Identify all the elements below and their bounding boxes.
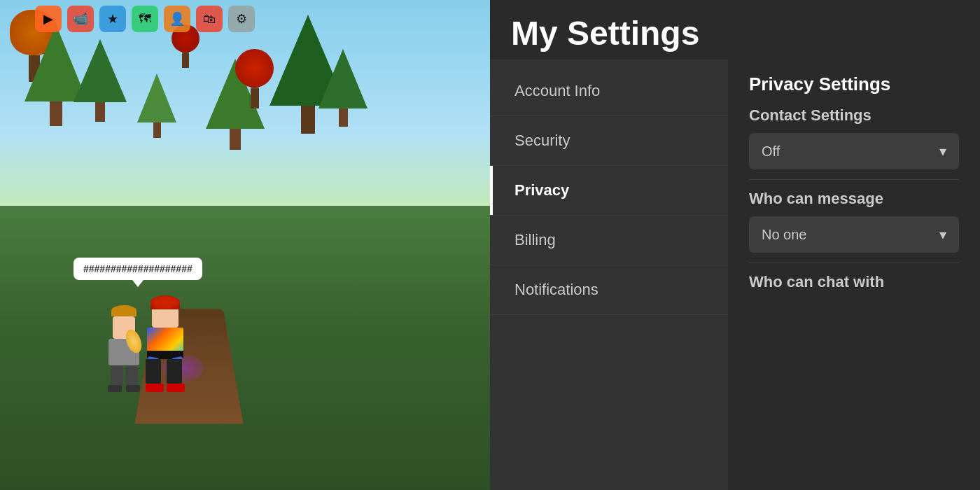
character-foot-right [167,384,185,392]
video-icon[interactable]: 📹 [67,6,94,32]
nav-item-notifications[interactable]: Notifications [490,265,728,315]
nav-item-billing[interactable]: Billing [490,216,728,265]
tree-4 [318,49,368,127]
tree-2 [74,39,127,122]
star-icon[interactable]: ★ [99,6,126,32]
settings-header: My Settings [490,0,980,59]
character-legs [137,359,193,392]
privacy-settings-title: Privacy Settings [749,74,959,95]
who-can-chat-with-label: Who can chat with [749,273,959,291]
top-icon-bar: ▶ 📹 ★ 🗺 👤 🛍 ⚙ [35,6,255,32]
off-dropdown[interactable]: Off ▾ [749,133,959,169]
settings-content: Privacy Settings Contact Settings Off ▾ … [728,59,980,490]
speech-bubble-text: #################### [83,263,192,274]
settings-nav: Account Info Security Privacy Billing No… [490,59,728,490]
character-torso [147,328,183,359]
gear-icon[interactable]: ⚙ [228,6,255,32]
character-head [152,301,178,328]
speech-bubble: #################### [74,258,202,280]
play-icon[interactable]: ▶ [35,6,62,32]
main-character [137,301,193,392]
buddy-legs [108,365,140,385]
character-hair [150,295,180,309]
buddy-feet [108,385,140,392]
red-tree [235,49,274,108]
chevron-down-icon: ▾ [939,143,946,160]
no-one-value: No one [762,227,807,243]
nav-item-privacy[interactable]: Privacy [490,166,728,216]
tree-6 [137,74,176,138]
off-value: Off [762,144,780,160]
buddy-hair [111,305,136,316]
settings-body: Account Info Security Privacy Billing No… [490,59,980,490]
divider-2 [749,262,959,263]
nav-item-security[interactable]: Security [490,116,728,166]
nav-item-account-info[interactable]: Account Info [490,66,728,116]
person-icon[interactable]: 👤 [164,6,190,32]
game-viewport: ▶ 📹 ★ 🗺 👤 🛍 ⚙ #################### [0,0,490,490]
settings-title: My Settings [511,14,959,52]
divider-1 [749,179,959,180]
chevron-down-icon-2: ▾ [939,226,946,243]
buddy-foot-left [108,385,122,392]
character-foot-left [146,384,164,392]
no-one-dropdown[interactable]: No one ▾ [749,216,959,253]
buddy-leg-right [125,365,138,385]
who-can-message-label: Who can message [749,190,959,208]
contact-settings-title: Contact Settings [749,106,959,125]
map-icon[interactable]: 🗺 [132,6,158,32]
character-leg-right [167,359,182,384]
shop-icon[interactable]: 🛍 [196,6,223,32]
settings-panel: My Settings Account Info Security Privac… [490,0,980,490]
character-leg-left [146,359,161,384]
ground [0,206,490,490]
buddy-leg-left [111,365,123,385]
